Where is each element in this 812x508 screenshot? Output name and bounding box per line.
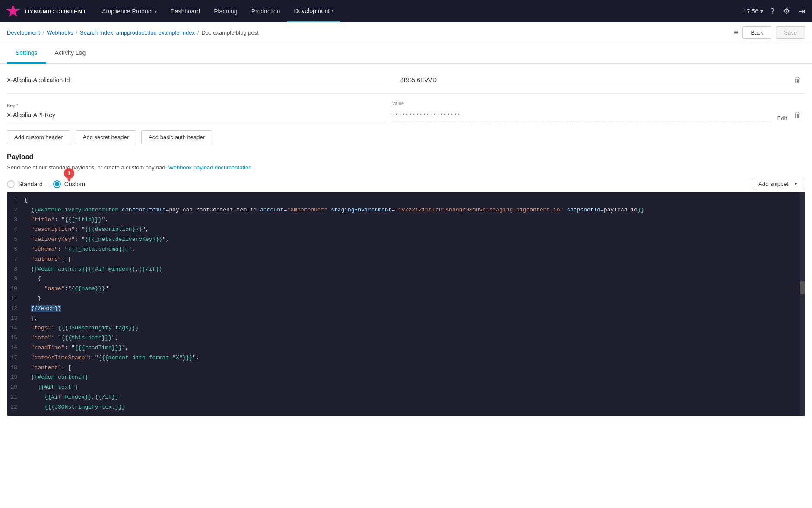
breadcrumb: Development / Webhooks / Search Index: a… [7, 29, 259, 36]
code-line-1: 1 { [7, 195, 805, 205]
code-line-21: 21 {{#if @index}},{{/if}} [7, 393, 805, 403]
breadcrumb-development[interactable]: Development [7, 29, 40, 36]
value-label-2: Value [392, 101, 771, 106]
main-content: Settings Activity Log X-Algolia-Applicat… [0, 43, 812, 508]
code-line-18: 18 "content": [ [7, 363, 805, 373]
payload-doc-link[interactable]: Webhook payload documentation [168, 164, 252, 171]
value-input-1[interactable]: 4BS5I6EVVD [400, 75, 787, 86]
code-line-19: 19 {{#each content}} [7, 373, 805, 383]
breadcrumb-separator: / [76, 29, 77, 36]
add-buttons-row: Add custom header Add secret header Add … [7, 130, 805, 144]
payload-options-row: Standard 1 Custom [7, 178, 805, 190]
radio-custom-circle[interactable] [53, 180, 61, 188]
value-field-2: Value ···················· [392, 101, 774, 121]
key-field-1: X-Algolia-Application-Id [7, 75, 400, 86]
code-line-6: 6 "schema": "{{{_meta.schema}}}", [7, 245, 805, 255]
code-line-9: 9 { [7, 274, 805, 284]
logout-icon[interactable]: ⇥ [797, 5, 807, 18]
editor-scrollbar[interactable] [800, 192, 805, 416]
badge-arrow-icon [67, 179, 71, 182]
nav-item-development[interactable]: Development ▾ [287, 0, 341, 22]
key-field-2: Key * X-Algolia-API-Key [7, 103, 392, 121]
list-icon[interactable]: ≡ [734, 28, 739, 37]
code-line-5: 5 "deliveryKey": "{{{_meta.deliveryKey}}… [7, 235, 805, 245]
help-icon[interactable]: ? [768, 5, 776, 18]
brand-logo [5, 3, 21, 19]
tab-settings[interactable]: Settings [7, 43, 46, 64]
code-line-14: 14 "tags": {{{JSONstringify tags}}}, [7, 323, 805, 333]
key-input-2[interactable]: X-Algolia-API-Key [7, 110, 385, 121]
divider-1 [7, 93, 805, 94]
chevron-down-icon: ▾ [331, 8, 333, 13]
breadcrumb-bar: Development / Webhooks / Search Index: a… [0, 22, 812, 43]
breadcrumb-webhooks[interactable]: Webhooks [47, 29, 73, 36]
tooltip-badge-wrapper: 1 [64, 168, 74, 182]
key-label-2: Key * [7, 103, 385, 108]
add-secret-header-button[interactable]: Add secret header [76, 130, 136, 144]
breadcrumb-separator: / [197, 29, 199, 36]
nav-item-planning[interactable]: Planning [207, 0, 244, 22]
code-line-16: 16 "readTime": "{{{readTime}}}", [7, 343, 805, 353]
header-row-1: X-Algolia-Application-Id 4BS5I6EVVD 🗑 [7, 74, 805, 86]
content-area: X-Algolia-Application-Id 4BS5I6EVVD 🗑 Ke… [0, 64, 812, 426]
badge-number: 1 [64, 168, 74, 179]
tabs: Settings Activity Log [0, 43, 812, 64]
nav-item-production[interactable]: Production [244, 0, 287, 22]
code-line-20: 20 {{#if text}} [7, 383, 805, 393]
top-navigation: DYNAMIC CONTENT Amplience Product ▾ Dash… [0, 0, 812, 22]
nav-items: Amplience Product ▾ Dashboard Planning P… [95, 0, 743, 22]
code-line-11: 11 } [7, 294, 805, 304]
back-button[interactable]: Back [742, 26, 771, 39]
settings-icon[interactable]: ⚙ [781, 5, 792, 18]
code-line-15: 15 "date": "{{{this.date}}}", [7, 333, 805, 343]
brand-name: DYNAMIC CONTENT [25, 8, 86, 15]
code-editor[interactable]: 1 { 2 {{#withDeliveryContentItem content… [7, 192, 805, 416]
breadcrumb-current: Doc example blog post [202, 29, 259, 36]
radio-group: Standard 1 Custom [7, 180, 85, 188]
tab-activity-log[interactable]: Activity Log [46, 43, 95, 64]
code-line-4: 4 "description": "{{{description}}}", [7, 225, 805, 235]
nav-right: 17:56 ▾ ? ⚙ ⇥ [743, 5, 807, 18]
snippet-chevron-icon: ▾ [792, 182, 799, 186]
radio-standard-label: Standard [18, 181, 43, 188]
nav-time: 17:56 ▾ [743, 8, 763, 15]
code-line-13: 13 ], [7, 314, 805, 324]
code-line-8: 8 {{#each authors}}{{#if @index}},{{/if}… [7, 265, 805, 275]
badge-container: 1 Custom [53, 180, 85, 188]
editor-scrollbar-thumb[interactable] [800, 281, 805, 294]
payload-title: Payload [7, 153, 805, 161]
code-line-17: 17 "dateAsTimeStamp": "{{{moment date fo… [7, 353, 805, 363]
brand: DYNAMIC CONTENT [5, 3, 95, 19]
code-line-10: 10 "name":"{{{name}}}" [7, 284, 805, 294]
code-line-12: 12 {{/each}} [7, 304, 805, 314]
code-line-7: 7 "authors": [ [7, 255, 805, 265]
add-custom-header-button[interactable]: Add custom header [7, 130, 70, 144]
payload-description: Send one of our standard payloads, or cr… [7, 164, 805, 171]
save-button[interactable]: Save [776, 26, 805, 39]
payload-section: Payload Send one of our standard payload… [7, 153, 805, 416]
radio-standard[interactable]: Standard [7, 180, 43, 188]
add-snippet-button[interactable]: Add snippet ▾ [753, 178, 805, 190]
breadcrumb-actions: ≡ Back Save [734, 26, 805, 39]
radio-standard-circle[interactable] [7, 180, 15, 188]
edit-button-2[interactable]: Edit [774, 115, 790, 121]
chevron-down-icon[interactable]: ▾ [760, 8, 763, 15]
nav-item-amplience-product[interactable]: Amplience Product ▾ [95, 0, 164, 22]
add-basic-auth-header-button[interactable]: Add basic auth header [141, 130, 212, 144]
value-input-2[interactable]: ···················· [392, 108, 771, 121]
key-input-1[interactable]: X-Algolia-Application-Id [7, 75, 393, 86]
delete-button-2[interactable]: 🗑 [790, 109, 805, 121]
chevron-down-icon: ▾ [155, 9, 157, 14]
code-line-22: 22 {{{JSONstringify text}}} [7, 403, 805, 412]
nav-item-dashboard[interactable]: Dashboard [164, 0, 207, 22]
value-field-1: 4BS5I6EVVD [400, 75, 790, 86]
delete-button-1[interactable]: 🗑 [790, 74, 805, 86]
code-line-2: 2 {{#withDeliveryContentItem contentItem… [7, 205, 805, 215]
radio-custom-label: Custom [64, 181, 85, 188]
code-line-3: 3 "title": "{{{title}}}", [7, 215, 805, 225]
svg-marker-0 [6, 4, 20, 17]
breadcrumb-search-index[interactable]: Search Index: ampproduct.doc-example-ind… [80, 29, 195, 36]
header-row-2: Key * X-Algolia-API-Key Value ··········… [7, 101, 805, 121]
breadcrumb-separator: / [43, 29, 44, 36]
